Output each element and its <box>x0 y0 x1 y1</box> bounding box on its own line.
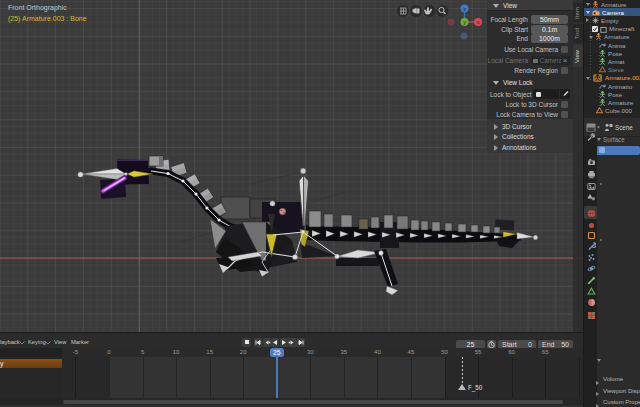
svg-text:z: z <box>463 6 466 12</box>
